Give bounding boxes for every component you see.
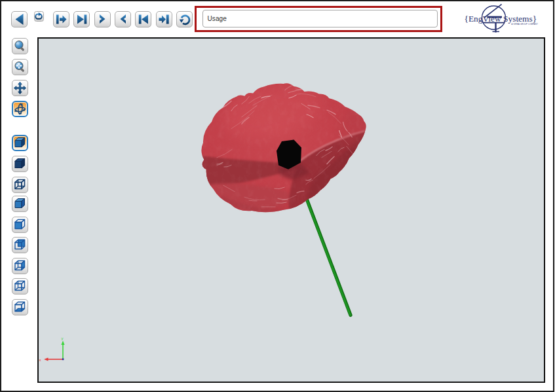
svg-text:y: y [62,336,64,340]
svg-text:{EngView Systems}: {EngView Systems} [465,14,537,24]
svg-text:A SIRMA GROUP COMPANY: A SIRMA GROUP COMPANY [512,23,539,26]
svg-text:x: x [39,357,41,361]
